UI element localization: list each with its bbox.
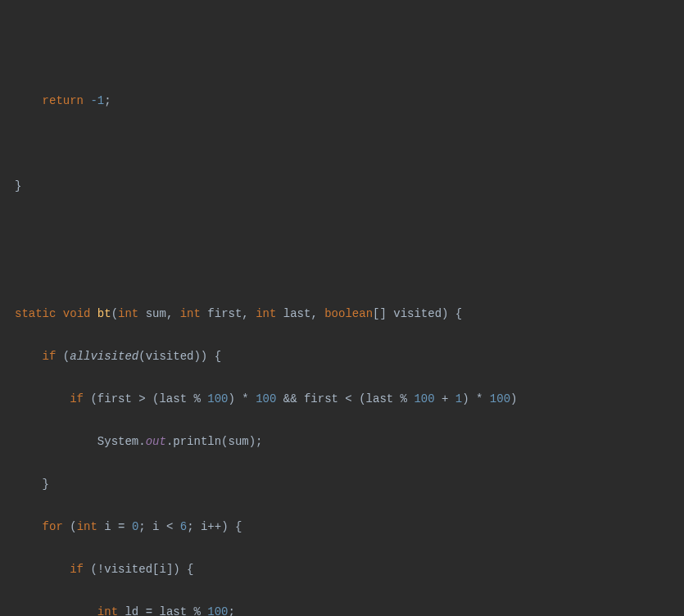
number-literal: 6 <box>180 520 187 533</box>
number-literal: 100 <box>414 392 434 405</box>
keyword-int: int <box>77 520 97 533</box>
code-line: if (!visited[i]) { <box>0 559 684 580</box>
param-sum: sum <box>146 307 166 320</box>
var-i: i <box>201 520 207 533</box>
var-ld: ld <box>125 605 138 616</box>
keyword-if: if <box>70 563 84 576</box>
var-i: i <box>152 520 159 533</box>
var-visited: visited <box>146 350 194 363</box>
number-literal: 1 <box>455 392 462 405</box>
code-line: System.out.println(sum); <box>0 431 684 452</box>
function-name: bt <box>97 307 111 320</box>
keyword-static: static <box>15 307 56 320</box>
keyword-for: for <box>43 520 63 533</box>
code-line: } <box>0 473 684 495</box>
number-literal: 100 <box>207 605 228 616</box>
var-last: last <box>366 392 394 405</box>
close-brace: } <box>43 478 49 491</box>
field-out: out <box>146 435 166 448</box>
param-last: last <box>283 307 311 320</box>
var-i: i <box>104 520 111 533</box>
code-line: static void bt(int sum, int first, int l… <box>0 303 684 324</box>
var-sum: sum <box>229 435 249 448</box>
code-line: } <box>0 175 684 197</box>
number-literal: 100 <box>256 392 276 405</box>
code-editor[interactable]: return -1; } static void bt(int sum, int… <box>0 90 684 616</box>
code-line: return -1; <box>0 90 684 111</box>
number-literal: 0 <box>132 520 138 533</box>
call-allvisited: allvisited <box>70 350 138 363</box>
class-system: System <box>97 435 138 448</box>
var-last: last <box>159 605 187 616</box>
semicolon: ; <box>104 94 111 107</box>
keyword-boolean: boolean <box>324 307 373 320</box>
keyword-void: void <box>63 307 91 320</box>
keyword-return: return <box>43 94 84 107</box>
keyword-if: if <box>43 350 57 363</box>
var-last: last <box>159 392 187 405</box>
keyword-int: int <box>97 605 118 616</box>
code-line <box>0 218 684 239</box>
param-first: first <box>207 307 242 320</box>
code-line <box>0 260 684 282</box>
code-line: if (allvisited(visited)) { <box>0 346 684 367</box>
keyword-int: int <box>118 307 138 320</box>
keyword-int: int <box>180 307 201 320</box>
code-line: for (int i = 0; i < 6; i++) { <box>0 516 684 537</box>
var-first: first <box>304 392 338 405</box>
code-line: if (first > (last % 100) * 100 && first … <box>0 388 684 410</box>
var-visited: visited <box>104 563 152 576</box>
param-visited: visited <box>393 307 442 320</box>
keyword-if: if <box>70 392 84 405</box>
number-literal: 100 <box>490 392 510 405</box>
var-first: first <box>97 392 132 405</box>
close-brace: } <box>15 179 21 192</box>
keyword-int: int <box>256 307 276 320</box>
var-i: i <box>159 563 165 576</box>
number-literal: -1 <box>90 94 104 107</box>
code-line <box>0 133 684 154</box>
method-println: println <box>173 435 221 448</box>
number-literal: 100 <box>207 392 228 405</box>
code-line: int ld = last % 100; <box>0 601 684 616</box>
